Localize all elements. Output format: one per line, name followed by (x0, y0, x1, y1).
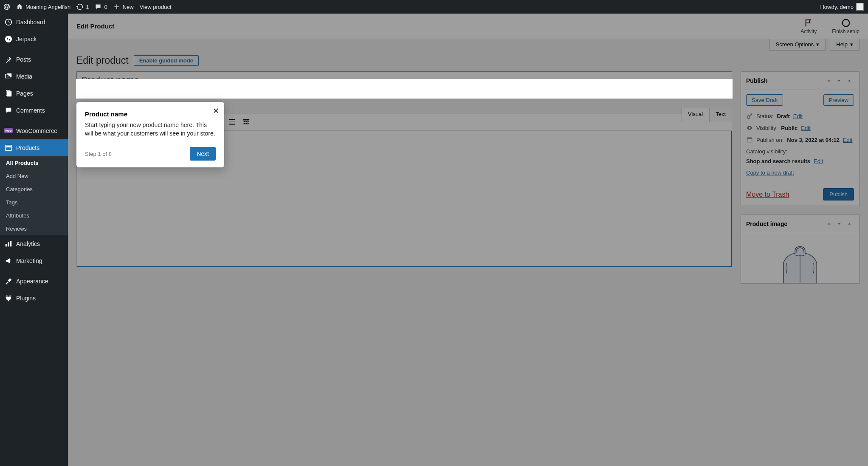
updates[interactable]: 1 (76, 3, 89, 10)
sidebar-item-dashboard[interactable]: Dashboard (0, 14, 68, 31)
collapse-icon[interactable] (845, 76, 854, 85)
submenu-reviews[interactable]: Reviews (0, 222, 68, 235)
svg-rect-38 (248, 123, 249, 124)
activity-label: Activity (800, 28, 817, 34)
svg-rect-4 (7, 91, 11, 97)
sidebar-item-marketing[interactable]: Marketing (0, 252, 68, 269)
move-up-icon[interactable] (824, 219, 834, 229)
svg-rect-33 (244, 121, 245, 122)
screen-options-tab[interactable]: Screen Options▾ (769, 39, 826, 51)
product-image-thumbnail[interactable] (741, 233, 859, 283)
edit-date-link[interactable]: Edit (843, 137, 852, 143)
svg-rect-9 (6, 244, 7, 246)
tooltip-step: Step 1 of 8 (85, 151, 112, 157)
product-name-input[interactable] (76, 71, 732, 89)
svg-point-13 (842, 19, 849, 26)
tab-text[interactable]: Text (709, 108, 732, 122)
plus-icon (113, 3, 120, 10)
insert-more-button[interactable] (225, 115, 239, 129)
collapse-icon[interactable] (845, 219, 854, 229)
submenu-all-products[interactable]: All Products (0, 156, 68, 169)
site-name[interactable]: Moaning Angelfish (16, 3, 70, 10)
help-tab[interactable]: Help▾ (830, 39, 860, 51)
sidebar-label: Media (16, 73, 32, 80)
move-up-icon[interactable] (824, 76, 834, 85)
submenu-attributes[interactable]: Attributes (0, 209, 68, 222)
move-down-icon[interactable] (834, 76, 844, 85)
guided-tooltip: ✕ Product name Start typing your new pro… (76, 102, 224, 167)
comments-bubble[interactable]: 0 (95, 3, 107, 10)
account[interactable]: Howdy, demo (820, 3, 864, 11)
sidebar-item-pages[interactable]: Pages (0, 85, 68, 102)
svg-rect-29 (229, 119, 235, 120)
sidebar-label: Comments (16, 107, 45, 114)
edit-catalog-link[interactable]: Edit (814, 158, 823, 164)
submenu-categories[interactable]: Categories (0, 183, 68, 196)
svg-rect-34 (245, 121, 247, 122)
copy-draft-link[interactable]: Copy to a new draft (746, 169, 794, 176)
update-icon (76, 3, 83, 10)
sidebar-item-posts[interactable]: Posts (0, 51, 68, 68)
updates-count: 1 (86, 4, 89, 10)
svg-rect-10 (8, 242, 9, 246)
finish-setup-button[interactable]: Finish setup (832, 18, 860, 34)
wp-logo[interactable] (3, 3, 10, 10)
save-draft-button[interactable]: Save Draft (746, 94, 783, 106)
content-area: Edit Product Activity Finish setup Scree… (68, 14, 868, 466)
sidebar-item-plugins[interactable]: Plugins (0, 290, 68, 307)
sidebar-item-woocommerce[interactable]: wooWooCommerce (0, 122, 68, 139)
submenu-tags[interactable]: Tags (0, 196, 68, 209)
svg-rect-35 (248, 121, 249, 122)
flag-icon (804, 18, 813, 28)
sidebar-label: Posts (16, 56, 31, 63)
move-trash-link[interactable]: Move to Trash (746, 191, 789, 198)
sidebar-label: Analytics (16, 240, 40, 247)
guided-mode-button[interactable]: Enable guided mode (134, 55, 199, 66)
preview-button[interactable]: Preview (823, 94, 854, 106)
svg-point-39 (747, 116, 750, 118)
toolbar-toggle-button[interactable] (240, 115, 253, 129)
sidebar-item-products[interactable]: Products (0, 139, 68, 156)
view-product-link[interactable]: View product (140, 4, 172, 10)
edit-status-link[interactable]: Edit (793, 113, 803, 119)
eye-icon (746, 124, 753, 131)
next-button[interactable]: Next (190, 147, 216, 161)
header-title: Edit Product (76, 23, 114, 30)
svg-rect-30 (229, 121, 235, 122)
tab-visual[interactable]: Visual (682, 108, 709, 122)
sidebar-label: Jetpack (16, 36, 37, 42)
howdy-label: Howdy, demo (820, 4, 854, 10)
svg-rect-31 (229, 124, 235, 125)
close-button[interactable]: ✕ (213, 106, 219, 116)
products-submenu: All Products Add New Categories Tags Att… (0, 156, 68, 235)
jetpack-icon (4, 35, 13, 43)
svg-rect-41 (747, 138, 752, 138)
product-image-metabox: Product image (741, 215, 860, 284)
comments-count: 0 (104, 4, 107, 10)
edit-visibility-link[interactable]: Edit (801, 125, 810, 131)
sidebar-label: Pages (16, 90, 33, 97)
publish-button[interactable]: Publish (823, 188, 854, 201)
sidebar-item-media[interactable]: Media (0, 68, 68, 85)
new-content[interactable]: New (113, 3, 134, 10)
tooltip-body: Start typing your new product name here.… (85, 121, 216, 138)
admin-sidebar: Dashboard Jetpack Posts Media Pages Comm… (0, 14, 68, 466)
move-down-icon[interactable] (834, 219, 844, 229)
activity-button[interactable]: Activity (800, 18, 817, 34)
comments-icon (4, 106, 13, 115)
sidebar-label: Dashboard (16, 19, 45, 25)
sidebar-item-appearance[interactable]: Appearance (0, 273, 68, 290)
analytics-icon (4, 240, 13, 248)
svg-rect-36 (244, 123, 245, 124)
sidebar-item-analytics[interactable]: Analytics (0, 235, 68, 252)
chevron-down-icon: ▾ (850, 41, 853, 48)
dashboard-icon (4, 18, 13, 26)
avatar (856, 3, 864, 11)
products-icon (4, 144, 13, 152)
sidebar-item-jetpack[interactable]: Jetpack (0, 31, 68, 48)
appearance-icon (4, 277, 13, 285)
sidebar-item-comments[interactable]: Comments (0, 102, 68, 119)
svg-rect-11 (10, 241, 12, 247)
key-icon (746, 113, 753, 119)
submenu-add-new[interactable]: Add New (0, 169, 68, 183)
